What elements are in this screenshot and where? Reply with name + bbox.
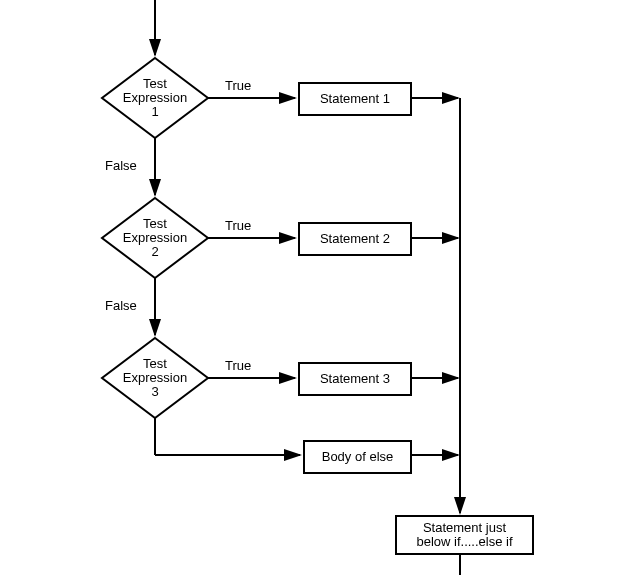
- edge-label-true: True: [225, 218, 251, 233]
- process-label: Statement 2: [320, 232, 390, 246]
- process-body-of-else: Body of else: [303, 440, 412, 474]
- process-label: Body of else: [322, 450, 394, 464]
- process-statement-2: Statement 2: [298, 222, 412, 256]
- decision-label: TestExpression3: [105, 338, 205, 418]
- edge-label-true: True: [225, 78, 251, 93]
- process-label: Statement 1: [320, 92, 390, 106]
- edge-label-true: True: [225, 358, 251, 373]
- decision-test-expression-2: TestExpression2: [105, 198, 205, 278]
- decision-label: TestExpression1: [105, 58, 205, 138]
- process-label: Statement 3: [320, 372, 390, 386]
- process-statement-1: Statement 1: [298, 82, 412, 116]
- decision-test-expression-3: TestExpression3: [105, 338, 205, 418]
- decision-test-expression-1: TestExpression1: [105, 58, 205, 138]
- decision-label: TestExpression2: [105, 198, 205, 278]
- process-label: Statement justbelow if.....else if: [416, 521, 512, 550]
- flowchart-canvas: TestExpression1 TestExpression2 TestExpr…: [0, 0, 629, 575]
- edge-label-false: False: [105, 298, 137, 313]
- process-statement-3: Statement 3: [298, 362, 412, 396]
- process-exit-statement: Statement justbelow if.....else if: [395, 515, 534, 555]
- edge-label-false: False: [105, 158, 137, 173]
